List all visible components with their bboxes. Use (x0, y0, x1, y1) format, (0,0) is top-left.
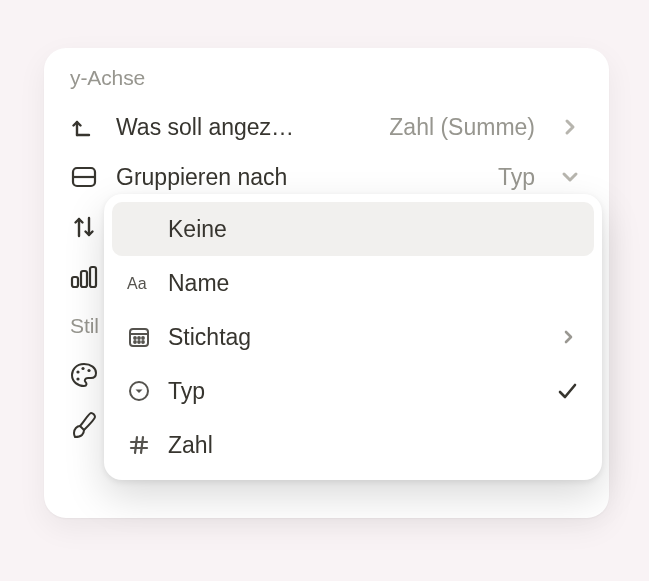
row-value: Zahl (Summe) (389, 114, 535, 141)
palette-icon (70, 361, 98, 389)
dropdown-item-date[interactable]: Stichtag (112, 310, 594, 364)
svg-point-5 (76, 370, 79, 373)
svg-point-12 (134, 337, 136, 339)
check-icon (554, 378, 580, 404)
row-what-to-show[interactable]: Was soll angez… Zahl (Summe) (52, 102, 601, 152)
select-icon (126, 378, 152, 404)
hash-icon (126, 432, 152, 458)
bar-chart-icon (70, 263, 98, 291)
svg-point-8 (76, 377, 79, 380)
brush-icon (70, 411, 98, 439)
svg-line-21 (135, 437, 137, 453)
text-icon: Aa (126, 270, 152, 296)
svg-point-7 (87, 369, 90, 372)
dropdown-item-name[interactable]: Aa Name (112, 256, 594, 310)
group-by-dropdown: Keine Aa Name Stichtag (104, 194, 602, 480)
dropdown-item-type[interactable]: Typ (112, 364, 594, 418)
svg-text:Aa: Aa (127, 275, 147, 292)
dropdown-item-label: Typ (168, 378, 205, 405)
empty-icon (126, 216, 152, 242)
svg-line-22 (141, 437, 143, 453)
svg-point-14 (142, 337, 144, 339)
arrow-up-left-icon (70, 113, 98, 141)
section-header-yaxis: y-Achse (52, 66, 601, 102)
svg-rect-3 (81, 271, 87, 287)
dropdown-item-label: Stichtag (168, 324, 251, 351)
chevron-right-icon (558, 326, 580, 348)
svg-point-17 (142, 341, 144, 343)
svg-point-15 (134, 341, 136, 343)
dropdown-item-number[interactable]: Zahl (112, 418, 594, 472)
row-label: Was soll angez… (116, 114, 294, 141)
chevron-down-icon (559, 166, 581, 188)
chevron-right-icon (559, 116, 581, 138)
svg-rect-4 (90, 267, 96, 287)
split-rows-icon (70, 163, 98, 191)
dropdown-item-label: Name (168, 270, 229, 297)
calendar-icon (126, 324, 152, 350)
svg-point-16 (138, 341, 140, 343)
sort-icon (70, 213, 98, 241)
svg-rect-2 (72, 277, 78, 287)
dropdown-item-label: Keine (168, 216, 227, 243)
row-value: Typ (498, 164, 535, 191)
svg-point-13 (138, 337, 140, 339)
dropdown-item-none[interactable]: Keine (112, 202, 594, 256)
row-label: Gruppieren nach (116, 164, 287, 191)
svg-point-6 (81, 367, 84, 370)
dropdown-item-label: Zahl (168, 432, 213, 459)
